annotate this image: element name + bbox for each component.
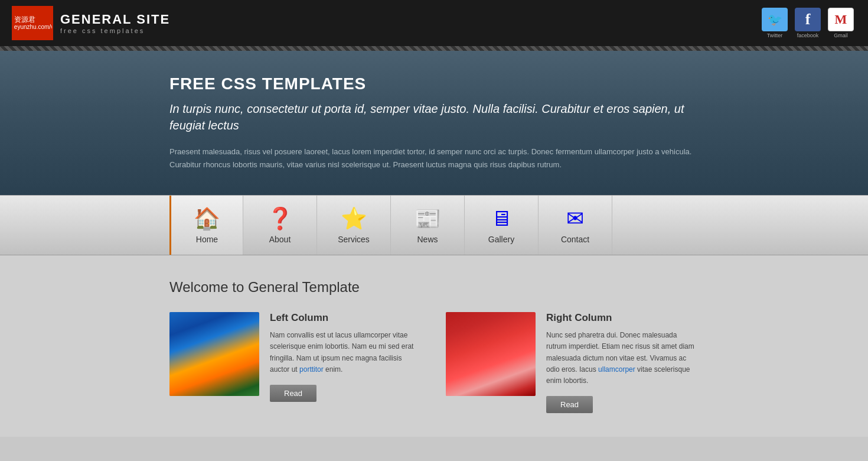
home-icon: 🏠 <box>194 206 220 231</box>
nav-contact[interactable]: ✉ Contact <box>539 196 612 255</box>
hero-body: Praesent malesuada, risus vel posuere la… <box>169 145 699 171</box>
social-icons: 🐦 Twitter f facebook M Gmail <box>759 8 856 38</box>
gmail-label: Gmail <box>834 33 848 38</box>
twitter-label: Twitter <box>767 33 783 38</box>
nav-gallery-label: Gallery <box>488 235 514 244</box>
nav-contact-label: Contact <box>561 235 589 244</box>
tagline: free css templates <box>60 27 170 34</box>
nav-about-label: About <box>269 235 291 244</box>
right-col-title: Right Column <box>546 312 699 324</box>
logo-text: GENERAL SITE free css templates <box>60 12 170 34</box>
gmail-image: M <box>828 8 854 31</box>
right-read-button[interactable]: Read <box>546 396 593 413</box>
left-col-content: Left Column Nam convallis est ut lacus u… <box>270 312 422 402</box>
nav-news[interactable]: 📰 News <box>391 196 465 255</box>
facebook-image: f <box>795 8 821 31</box>
left-col-link[interactable]: porttitor <box>299 365 324 374</box>
nav-gallery[interactable]: 🖥 Gallery <box>465 196 539 255</box>
news-icon: 📰 <box>415 206 441 231</box>
logo-chinese: 资源君 eyunzhu.com/vdisk <box>14 15 53 31</box>
decorative-border <box>0 46 868 51</box>
gallery-icon: 🖥 <box>491 206 512 231</box>
right-column: Right Column Nunc sed pharetra dui. Done… <box>446 312 699 413</box>
nav-services-label: Services <box>338 235 370 244</box>
gmail-icon[interactable]: M Gmail <box>825 8 856 38</box>
contact-icon: ✉ <box>566 206 584 231</box>
welcome-title: Welcome to General Template <box>169 279 699 296</box>
hero-subtitle: In turpis nunc, consectetur ut porta id,… <box>169 100 699 134</box>
hero-section: FREE CSS TEMPLATES In turpis nunc, conse… <box>0 51 868 195</box>
logo-box: E 资源君 eyunzhu.com/vdisk <box>12 6 53 40</box>
flower-image <box>446 312 536 396</box>
hero-title: FREE CSS TEMPLATES <box>169 74 699 93</box>
right-col-link[interactable]: ullamcorper <box>598 365 635 374</box>
site-name: GENERAL SITE <box>60 12 170 27</box>
navbar: 🏠 Home ❓ About ⭐ Services 📰 News 🖥 Galle… <box>0 195 868 255</box>
services-icon: ⭐ <box>341 206 367 231</box>
left-column: Left Column Nam convallis est ut lacus u… <box>169 312 422 413</box>
nav-news-label: News <box>417 235 438 244</box>
right-col-text: Nunc sed pharetra dui. Donec malesuada r… <box>546 330 699 387</box>
facebook-icon[interactable]: f facebook <box>792 8 823 38</box>
left-col-title: Left Column <box>270 312 422 324</box>
nav-home-label: Home <box>196 235 218 244</box>
twitter-image: 🐦 <box>762 8 788 31</box>
facebook-label: facebook <box>797 33 819 38</box>
about-icon: ❓ <box>267 206 293 231</box>
nav-home[interactable]: 🏠 Home <box>169 196 243 255</box>
parrot-image <box>169 312 259 396</box>
columns: Left Column Nam convallis est ut lacus u… <box>169 312 699 413</box>
left-col-text: Nam convallis est ut lacus ullamcorper v… <box>270 330 422 375</box>
twitter-icon[interactable]: 🐦 Twitter <box>759 8 790 38</box>
right-col-content: Right Column Nunc sed pharetra dui. Done… <box>546 312 699 413</box>
left-read-button[interactable]: Read <box>270 385 316 402</box>
nav-about[interactable]: ❓ About <box>243 196 317 255</box>
main-content: Welcome to General Template Left Column … <box>0 255 868 437</box>
header: E 资源君 eyunzhu.com/vdisk GENERAL SITE fre… <box>0 0 868 46</box>
logo-area: E 资源君 eyunzhu.com/vdisk GENERAL SITE fre… <box>12 6 170 40</box>
nav-services[interactable]: ⭐ Services <box>317 196 391 255</box>
